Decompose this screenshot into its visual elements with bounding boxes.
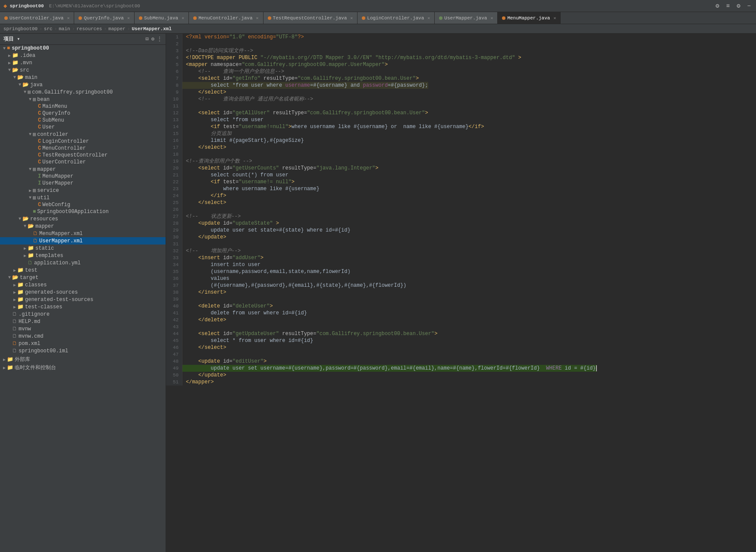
code-line-43: 43 <box>166 323 756 330</box>
sidebar-item-usercontroller[interactable]: ▶ C UserController <box>0 159 166 166</box>
tab-logincontroller[interactable]: LoginController.java ✕ <box>358 12 435 24</box>
arrow-mvn: ▶ <box>7 60 12 66</box>
code-content[interactable]: 1 <?xml version="1.0" encoding="UTF-8"?>… <box>166 34 756 552</box>
tab-testrequestcontroller[interactable]: TestRequestController.java ✕ <box>264 12 358 24</box>
breadcrumb-usermapper-xml[interactable]: UserMapper.xml <box>132 26 172 31</box>
sidebar-item-usermapper-if[interactable]: ▶ I UserMapper <box>0 180 166 187</box>
sidebar-item-submenu[interactable]: ▶ C SubMenu <box>0 117 166 124</box>
sidebar-item-resources[interactable]: ▼ 📂 resources <box>0 215 166 223</box>
sidebar-item-static[interactable]: ▶ 📁 static <box>0 245 166 252</box>
sidebar-item-root[interactable]: ▼ ■ springboot00 <box>0 45 166 52</box>
sidebar-item-mapper-pkg[interactable]: ▼ ▦ mapper <box>0 166 166 173</box>
code-line-48: 48 <update id="editUser"> <box>166 358 756 365</box>
tab-queryinfo[interactable]: QueryInfo.java ✕ <box>74 12 134 24</box>
line-num-14: 14 <box>166 123 182 130</box>
sidebar-item-iml[interactable]: ▶ 🗋 springboot00.iml <box>0 347 166 354</box>
minimize-icon[interactable]: − <box>746 2 753 10</box>
tab-usercontroller[interactable]: UserController.java ✕ <box>0 12 74 24</box>
sidebar-item-templates[interactable]: ▶ 📁 templates <box>0 252 166 259</box>
label-mvnw: mvnw <box>19 326 31 332</box>
sidebar-item-queryinfo[interactable]: ▶ C QueryInfo <box>0 110 166 117</box>
tab-close-testrequest[interactable]: ✕ <box>350 16 353 21</box>
label-resources: resources <box>30 216 58 222</box>
sidebar-item-src[interactable]: ▼ 📂 src <box>0 66 166 74</box>
sidebar-item-temp-files[interactable]: ▶ 📁 临时文件和控制台 <box>0 364 166 372</box>
sidebar-item-mvnw-cmd[interactable]: ▶ 🗋 mvnw.cmd <box>0 332 166 340</box>
tab-close-usermapper-java[interactable]: ✕ <box>490 16 493 21</box>
sidebar-item-service[interactable]: ▶ ▦ service <box>0 187 166 194</box>
align-icon[interactable]: ≡ <box>725 2 731 10</box>
sidebar-item-mvnw[interactable]: ▶ 🗋 mvnw <box>0 325 166 332</box>
tab-close-menumapper-xml[interactable]: ✕ <box>553 16 556 21</box>
sidebar-item-testrequestcontroller[interactable]: ▶ C TestRequestController <box>0 152 166 159</box>
sidebar-item-util[interactable]: ▼ ▦ util <box>0 194 166 201</box>
sidebar-item-menumapper-if[interactable]: ▶ I MenuMapper <box>0 173 166 180</box>
sidebar-item-controller[interactable]: ▼ ▦ controller <box>0 131 166 138</box>
tab-usermapper-java[interactable]: UserMapper.java ✕ <box>435 12 498 24</box>
tab-submenu[interactable]: SubMenu.java ✕ <box>135 12 189 24</box>
sidebar-item-test-classes[interactable]: ▶ 📁 test-classes <box>0 303 166 310</box>
sidebar-item-mainmenu[interactable]: ▶ C MainMenu <box>0 103 166 110</box>
sidebar-item-classes[interactable]: ▶ 📁 classes <box>0 281 166 289</box>
sidebar-item-main[interactable]: ▼ 📂 main <box>0 74 166 81</box>
folder-icon-test: 📁 <box>17 267 24 273</box>
folder-icon-gen-sources: 📁 <box>17 289 24 295</box>
tab-close-usercontroller[interactable]: ✕ <box>67 16 69 21</box>
label-controller: controller <box>37 132 68 138</box>
sidebar-item-user[interactable]: ▶ C User <box>0 124 166 131</box>
sidebar-item-external-libs[interactable]: ▶ 📁 外部库 <box>0 355 166 364</box>
code-line-33: 33 <insert id="addUser"> <box>166 254 756 261</box>
tab-close-logincontroller[interactable]: ✕ <box>427 16 430 21</box>
tab-bar: UserController.java ✕ QueryInfo.java ✕ S… <box>0 12 756 24</box>
tab-close-queryinfo[interactable]: ✕ <box>127 16 130 21</box>
sidebar-item-mapper-res[interactable]: ▼ 📂 mapper <box>0 223 166 230</box>
sidebar-item-target[interactable]: ▼ 📂 target <box>0 274 166 281</box>
sidebar-item-bean[interactable]: ▼ ▦ bean <box>0 96 166 103</box>
arrow-bean: ▼ <box>28 97 33 102</box>
sidebar-item-application-yml[interactable]: ▶ 🗋 application.yml <box>0 259 166 267</box>
class-icon-queryinfo: C <box>38 110 41 116</box>
sidebar-item-usermapper-xml[interactable]: ▶ 🗋 UserMapper.xml <box>0 237 166 245</box>
sidebar-item-generated-sources[interactable]: ▶ 📁 generated-sources <box>0 289 166 296</box>
line-code-33: <insert id="addUser"> <box>182 254 264 261</box>
label-test: test <box>25 267 38 273</box>
breadcrumb-resources[interactable]: resources <box>76 26 102 31</box>
label-iml: springboot00.iml <box>19 348 68 354</box>
tab-menumapper-xml[interactable]: MenuMapper.java ✕ <box>498 12 561 24</box>
breadcrumb-springboot00[interactable]: springboot00 <box>3 26 38 31</box>
sidebar-item-logincontroller[interactable]: ▶ C LoginController <box>0 138 166 145</box>
sidebar-item-java[interactable]: ▼ 📂 java <box>0 81 166 88</box>
breadcrumb-src[interactable]: src <box>44 26 53 31</box>
class-icon-springapp: ■ <box>33 209 36 215</box>
config-icon[interactable]: ⚙ <box>735 1 742 10</box>
tab-close-menucontroller[interactable]: ✕ <box>256 16 259 21</box>
code-line-32: 32 <!-- 增加用户--> <box>166 248 756 254</box>
breadcrumb-mapper[interactable]: mapper <box>108 26 125 31</box>
top-bar-right: ⚙ ≡ ⚙ − <box>714 1 753 10</box>
sidebar-item-com[interactable]: ▼ ▦ com.Gallifrey.springboot00 <box>0 88 166 96</box>
breadcrumb-main[interactable]: main <box>59 26 70 31</box>
sidebar-item-helpmd[interactable]: ▶ 🗋 HELP.md <box>0 318 166 325</box>
sidebar-gear-icon[interactable]: ⋮ <box>157 36 162 42</box>
code-line-7: 7 <select id="getInfo" resultType="com.G… <box>166 75 756 82</box>
tab-close-submenu[interactable]: ✕ <box>182 16 184 21</box>
tab-menucontroller[interactable]: MenuController.java ✕ <box>189 12 263 24</box>
sidebar-item-menumapper-xml[interactable]: ▶ 🗋 MenuMapper.xml <box>0 230 166 237</box>
sidebar-collapse-icon[interactable]: ⊟ <box>146 36 149 42</box>
sidebar-item-springapp[interactable]: ▶ ■ Springboot00Application <box>0 208 166 215</box>
line-num-17: 17 <box>166 144 182 151</box>
sidebar-item-test[interactable]: ▶ 📁 test <box>0 267 166 274</box>
sidebar-item-webconfig[interactable]: ▶ C WebConfig <box>0 201 166 208</box>
settings-icon[interactable]: ⚙ <box>714 1 721 10</box>
code-line-26: 26 <box>166 206 756 213</box>
sidebar-item-mvn[interactable]: ▶ 📁 .mvn <box>0 59 166 66</box>
arrow-test-classes: ▶ <box>12 304 17 310</box>
line-code-17: </select> <box>182 144 226 151</box>
code-line-22: 22 <if test="username!= null"> <box>166 179 756 185</box>
sidebar-item-menucontroller[interactable]: ▶ C MenuController <box>0 145 166 152</box>
sidebar-item-pomxml[interactable]: ▶ 🗋 pom.xml <box>0 340 166 347</box>
sidebar-item-idea[interactable]: ▶ 📁 .idea <box>0 52 166 59</box>
sidebar-settings-icon[interactable]: ⚙ <box>151 36 154 42</box>
sidebar-item-generated-test-sources[interactable]: ▶ 📁 generated-test-sources <box>0 296 166 303</box>
sidebar-item-gitignore[interactable]: ▶ 🗋 .gitignore <box>0 310 166 318</box>
